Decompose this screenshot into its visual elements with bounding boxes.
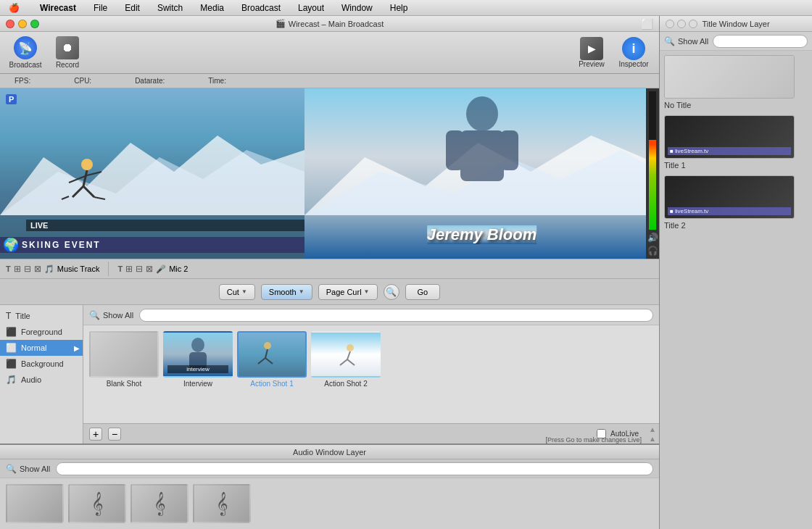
- shot-interview[interactable]: interview Interview: [163, 331, 233, 388]
- title-shot-2[interactable]: ■ liveStream.tv Title 2: [664, 175, 808, 230]
- preview-label: Preview: [579, 60, 605, 68]
- shot-action2[interactable]: Action Shot 2: [311, 331, 381, 388]
- svg-rect-13: [460, 130, 504, 181]
- p-badge: P: [6, 94, 17, 104]
- svg-line-3: [83, 170, 87, 186]
- cpu-label: CPU:: [74, 77, 91, 85]
- svg-point-12: [466, 96, 498, 131]
- layer-audio[interactable]: 🎵 Audio: [0, 372, 83, 388]
- audio-shot-2[interactable]: 𝄞: [130, 484, 188, 523]
- audio-show-all-icon: 🔍: [6, 464, 17, 474]
- stack-icon-left: ⊟: [24, 264, 31, 274]
- wirecast-window: 🎬 Wirecast – Main Broadcast ⬜ 📡 Broadcas…: [0, 16, 660, 529]
- menu-media[interactable]: Media: [197, 1, 227, 14]
- shot-blank[interactable]: Blank Shot: [89, 331, 159, 388]
- svg-point-18: [264, 342, 271, 349]
- title-show-all-button[interactable]: 🔍 Show All: [664, 36, 708, 46]
- cut-button[interactable]: Cut ▼: [219, 284, 255, 300]
- grid-icon-left: ⊠: [34, 264, 41, 274]
- right-track-controls: T ⊞ ⊟ ⊠ 🎤 Mic 2: [117, 264, 188, 274]
- shot-search-input[interactable]: [139, 309, 653, 322]
- show-all-icon: 🔍: [89, 310, 100, 320]
- scroll-arrows: ▲ ▲: [649, 425, 656, 443]
- title-zoom-btn[interactable]: [689, 20, 697, 28]
- title-toolbar: 🔍 Show All: [660, 32, 812, 51]
- title-thumb-2: ■ liveStream.tv: [664, 175, 795, 219]
- title-show-all-label: Show All: [678, 37, 708, 46]
- menu-switch[interactable]: Switch: [154, 1, 186, 14]
- menu-window[interactable]: Window: [339, 1, 376, 14]
- svg-line-8: [62, 196, 69, 199]
- menu-edit[interactable]: Edit: [122, 1, 143, 14]
- window-title-text: Wirecast – Main Broadcast: [289, 20, 384, 28]
- autolive-hint: [Press Go to make changes Live]: [545, 436, 642, 443]
- menu-wirecast[interactable]: Wirecast: [37, 1, 79, 14]
- menu-file[interactable]: File: [91, 1, 110, 14]
- show-all-button[interactable]: 🔍 Show All: [89, 310, 133, 320]
- go-button[interactable]: Go: [405, 284, 441, 300]
- title-search-input[interactable]: [713, 35, 808, 48]
- stats-bar: FPS: CPU: Datarate: Time:: [0, 74, 659, 88]
- audio-show-all-button[interactable]: 🔍 Show All: [6, 464, 50, 474]
- preview-area: P LIVE 🌍 Skiing Event: [0, 88, 659, 259]
- preview-button[interactable]: ▶ Preview: [572, 35, 611, 71]
- audio-shot-1[interactable]: 𝄞: [68, 484, 126, 523]
- menu-broadcast[interactable]: Broadcast: [239, 1, 283, 14]
- zoom-btn[interactable]: [30, 20, 39, 28]
- audio-search-input[interactable]: [56, 462, 653, 475]
- menu-layout[interactable]: Layout: [295, 1, 327, 14]
- record-button[interactable]: ⏺ Record: [48, 35, 87, 71]
- bottom-bar: + − AutoLive [Press Go to make changes L…: [83, 423, 659, 443]
- headphones-icon[interactable]: 🎧: [647, 246, 658, 256]
- close-btn[interactable]: [6, 20, 14, 28]
- page-curl-button[interactable]: Page Curl ▼: [318, 284, 378, 300]
- cut-label: Cut: [227, 288, 239, 296]
- svg-line-19: [265, 349, 268, 358]
- title-1-thumb-text: ■ liveStream.tv: [668, 147, 791, 155]
- layer-background[interactable]: ⬛ Background: [0, 356, 83, 372]
- title-shots: No Title ■ liveStream.tv Title 1 ■ liveS…: [660, 51, 812, 529]
- svg-line-5: [83, 186, 94, 197]
- background-layer-label: Background: [21, 359, 64, 368]
- title-close-btn[interactable]: [666, 20, 674, 28]
- smooth-button[interactable]: Smooth ▼: [261, 284, 312, 300]
- layer-title[interactable]: T Title: [0, 308, 83, 324]
- volume-icon[interactable]: 🔊: [647, 233, 658, 243]
- add-shot-button[interactable]: +: [89, 428, 102, 441]
- audio-layer-label: Audio: [21, 375, 41, 384]
- layer-normal[interactable]: ⬜ Normal ▶: [0, 340, 83, 356]
- svg-line-24: [340, 359, 347, 365]
- maximize-icon[interactable]: ⬜: [641, 18, 653, 30]
- title-minimize-btn[interactable]: [677, 20, 686, 28]
- layer-foreground[interactable]: ⬛ Foreground: [0, 324, 83, 340]
- title-shot-1[interactable]: ■ liveStream.tv Title 1: [664, 115, 808, 170]
- svg-rect-15: [500, 130, 518, 170]
- zoom-button[interactable]: 🔍: [384, 284, 399, 300]
- menu-help[interactable]: Help: [387, 1, 411, 14]
- shot-action1[interactable]: Action Shot 1: [237, 331, 307, 388]
- audio-window-title: Audio Window Layer: [0, 445, 659, 459]
- minimize-btn[interactable]: [18, 20, 27, 28]
- left-track-controls: T ⊞ ⊟ ⊠ 🎵 Music Track: [6, 264, 99, 274]
- transition-bar: Cut ▼ Smooth ▼ Page Curl ▼ 🔍 Go: [0, 279, 659, 305]
- apple-menu[interactable]: 🍎: [6, 1, 22, 14]
- title-shot-notitle[interactable]: No Title: [664, 55, 808, 109]
- svg-line-9: [94, 197, 105, 199]
- show-all-label: Show All: [103, 311, 133, 320]
- svg-line-21: [265, 358, 273, 364]
- mic2-label: Mic 2: [169, 264, 188, 273]
- audio-icon: 🎵: [6, 375, 17, 385]
- mic-icon-right: 🎤: [156, 264, 166, 274]
- svg-line-23: [347, 351, 350, 359]
- audio-shot-3[interactable]: 𝄞: [193, 484, 251, 523]
- audio-shot-blank[interactable]: [6, 484, 64, 523]
- audio-window-title-text: Audio Window Layer: [293, 448, 366, 457]
- remove-shot-button[interactable]: −: [108, 428, 121, 441]
- inspector-button[interactable]: i Inspector: [614, 35, 653, 71]
- normal-layer-label: Normal: [21, 343, 46, 352]
- shot-browser: 🔍 Show All Blank Shot: [83, 305, 659, 443]
- title-panel-controls: [666, 20, 697, 28]
- broadcast-button[interactable]: 📡 Broadcast: [6, 35, 45, 71]
- layer-sidebar: T Title ⬛ Foreground ⬜ Normal ▶ ⬛ Backgr…: [0, 305, 83, 443]
- datarate-label: Datarate:: [135, 77, 165, 85]
